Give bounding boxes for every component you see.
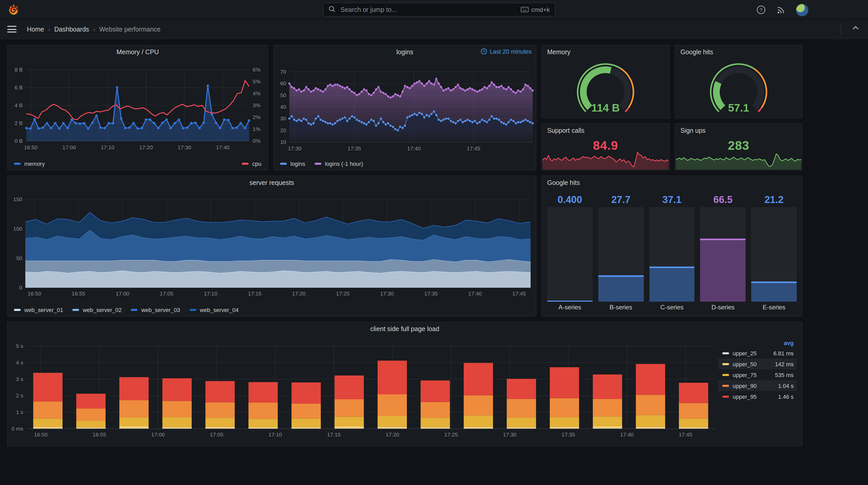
server-requests-chart: 16:5016:5517:0017:0517:1017:1517:2017:25… (8, 190, 536, 316)
svg-text:17:25: 17:25 (336, 291, 350, 296)
chart-legend: web_server_01web_server_02web_server_03w… (14, 307, 530, 313)
legend-row[interactable]: upper_901.04 s (718, 380, 797, 391)
svg-text:16:50: 16:50 (34, 431, 48, 438)
legend-item[interactable]: web_server_02 (72, 307, 121, 313)
svg-text:17:35: 17:35 (562, 431, 575, 438)
legend-row[interactable]: upper_951.46 s (718, 391, 797, 402)
svg-text:17:20: 17:20 (386, 431, 399, 438)
legend-item[interactable]: web_server_03 (131, 307, 180, 313)
toolbar-divider (841, 23, 841, 35)
legend-item[interactable]: memory (14, 161, 45, 167)
panel-title[interactable]: Sign ups (675, 124, 802, 137)
svg-text:57.1: 57.1 (728, 102, 749, 114)
panel-title[interactable]: Support calls (542, 124, 669, 137)
search-box[interactable]: cmd+k (323, 3, 555, 17)
svg-text:17:05: 17:05 (210, 431, 223, 438)
bargauge-fill (700, 239, 746, 302)
legend-row[interactable]: upper_75535 ms (718, 369, 797, 380)
panel-sign-ups: Sign ups 283 (675, 124, 802, 170)
panel-logins: logins Last 20 minutes 17:3017:3517:4017… (273, 45, 536, 170)
svg-text:3 s: 3 s (16, 376, 23, 382)
bargauge-label: C-series (660, 302, 683, 312)
legend-swatch (722, 352, 729, 354)
panel-title[interactable]: Google hits (675, 45, 802, 59)
legend-swatch (722, 363, 729, 365)
search-input[interactable] (339, 5, 517, 14)
svg-text:17:45: 17:45 (679, 431, 692, 438)
breadcrumb-home[interactable]: Home (27, 26, 44, 33)
user-avatar[interactable] (796, 4, 809, 17)
panel-title[interactable]: server requests (8, 176, 536, 190)
legend-swatch (242, 163, 249, 165)
svg-text:70: 70 (280, 69, 286, 75)
panel-title[interactable]: Memory (542, 45, 669, 59)
svg-text:30: 30 (280, 116, 286, 121)
svg-text:17:40: 17:40 (468, 291, 482, 296)
bargauge-fill (547, 301, 593, 302)
legend-item[interactable]: web_server_04 (189, 307, 239, 313)
svg-text:16:55: 16:55 (71, 291, 85, 296)
svg-text:2%: 2% (253, 114, 260, 120)
svg-text:17:00: 17:00 (151, 431, 165, 438)
svg-text:0: 0 (19, 285, 22, 291)
svg-text:8 B: 8 B (14, 67, 23, 72)
svg-text:50: 50 (280, 92, 286, 98)
svg-text:17:00: 17:00 (116, 291, 129, 296)
breadcrumb-current-page: Website performance (99, 26, 160, 33)
svg-text:17:15: 17:15 (327, 431, 341, 438)
news-rss-icon[interactable] (775, 4, 786, 15)
svg-text:17:30: 17:30 (288, 146, 302, 151)
svg-text:17:45: 17:45 (512, 291, 526, 296)
svg-text:17:40: 17:40 (620, 431, 634, 438)
bargauge-track (598, 207, 644, 302)
svg-text:17:40: 17:40 (216, 144, 230, 150)
bargauge-label: A-series (559, 302, 581, 312)
collapse-toolbar-icon[interactable] (851, 24, 860, 34)
memory-cpu-chart: 16:5017:0017:1017:2017:3017:408 B6 B4 B2… (8, 59, 268, 170)
legend-row[interactable]: upper_50142 ms (718, 358, 797, 369)
chart-legend: loginslogins (-1 hour) (280, 161, 530, 167)
svg-text:17:25: 17:25 (444, 431, 458, 438)
panel-memory-cpu: Memory / CPU 16:5017:0017:1017:2017:3017… (7, 45, 268, 170)
svg-text:17:20: 17:20 (139, 144, 153, 150)
svg-text:2 B: 2 B (14, 120, 23, 126)
svg-text:0 B: 0 B (14, 138, 23, 144)
svg-text:50: 50 (16, 255, 22, 261)
panel-title[interactable]: client side full page load (8, 322, 802, 336)
grafana-logo[interactable] (7, 3, 20, 16)
legend-row[interactable]: upper_256.81 ms (718, 348, 797, 358)
svg-text:40: 40 (280, 104, 286, 110)
legend-item[interactable]: web_server_01 (14, 307, 63, 313)
legend-swatch (14, 309, 21, 311)
breadcrumb-bar: Home › Dashboards › Website performance (0, 20, 868, 39)
clock-icon (480, 48, 487, 55)
svg-text:17:10: 17:10 (101, 144, 115, 150)
legend-item[interactable]: cpu (242, 161, 262, 167)
panel-title[interactable]: Google hits (542, 176, 802, 190)
menu-icon[interactable] (7, 26, 17, 33)
google-hits-bargauge: 0.400A-series27.7B-series37.1C-series66.… (547, 194, 797, 312)
bargauge-value: 66.5 (714, 194, 733, 207)
time-range-badge[interactable]: Last 20 minutes (480, 48, 532, 55)
legend-item[interactable]: logins (-1 hour) (315, 161, 363, 167)
bargauge-value: 0.400 (557, 194, 582, 207)
breadcrumb-separator: › (93, 26, 95, 32)
svg-text:6%: 6% (253, 67, 260, 72)
memory-gauge: 114 B (542, 59, 669, 118)
bargauge-value: 37.1 (662, 194, 681, 207)
panel-title[interactable]: Memory / CPU (8, 45, 268, 59)
breadcrumb-dashboards[interactable]: Dashboards (54, 26, 89, 33)
legend-swatch (315, 163, 321, 165)
bargauge-value: 21.2 (765, 194, 783, 207)
legend-avg-header[interactable]: avg (718, 339, 797, 348)
svg-text:17:40: 17:40 (407, 146, 421, 151)
help-icon[interactable]: ? (755, 4, 767, 15)
keyboard-icon (521, 7, 529, 12)
svg-text:17:35: 17:35 (347, 146, 361, 151)
bargauge-fill (751, 282, 797, 302)
legend-item[interactable]: logins (280, 161, 305, 167)
bargauge-value: 27.7 (611, 194, 630, 207)
legend-swatch (280, 163, 287, 165)
google-hits-gauge: 57.1 (675, 59, 802, 118)
breadcrumb-separator: › (48, 26, 50, 32)
